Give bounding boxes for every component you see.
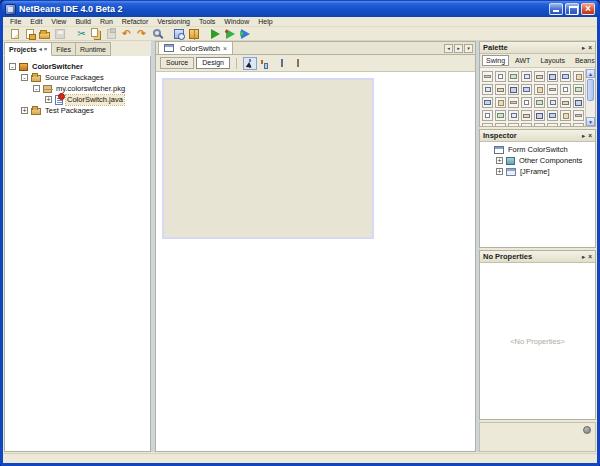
- expand-toggle-icon[interactable]: +: [45, 96, 52, 103]
- projects-node-test-packages[interactable]: +Test Packages: [5, 105, 150, 116]
- inspector-node-jframe[interactable]: +[JFrame]: [480, 166, 595, 177]
- minimize-button[interactable]: [549, 3, 563, 15]
- find-button[interactable]: [149, 27, 164, 40]
- scroll-down-icon[interactable]: ▼: [586, 117, 595, 126]
- palette-component-icon[interactable]: [534, 97, 545, 108]
- palette-component-icon[interactable]: [482, 110, 493, 121]
- tab-scroll-right-icon[interactable]: ▸: [454, 44, 463, 53]
- maximize-button[interactable]: [565, 3, 579, 15]
- palette-component-icon[interactable]: [508, 110, 519, 121]
- menu-item-view[interactable]: View: [47, 17, 70, 27]
- palette-component-icon[interactable]: [534, 84, 545, 95]
- explorer-tab-runtime[interactable]: Runtime: [76, 42, 111, 56]
- expand-toggle-icon[interactable]: +: [21, 107, 28, 114]
- properties-title-bar[interactable]: No Properties ▸ ×: [480, 251, 595, 263]
- undo-button[interactable]: ↶: [119, 27, 134, 40]
- palette-scrollbar[interactable]: ▲ ▼: [585, 69, 595, 126]
- javadoc-button[interactable]: [186, 27, 201, 40]
- palette-component-icon[interactable]: [547, 84, 558, 95]
- palette-component-icon[interactable]: [482, 71, 493, 82]
- palette-component-icon[interactable]: [482, 97, 493, 108]
- palette-component-icon[interactable]: [573, 71, 584, 82]
- debug-main-project-button[interactable]: [238, 27, 253, 40]
- editor-tab-colorswitch[interactable]: ColorSwitch ×: [158, 41, 233, 54]
- open-project-button[interactable]: [37, 27, 52, 40]
- palette-component-icon[interactable]: [573, 110, 584, 121]
- inspector-title-bar[interactable]: Inspector ▸ ×: [480, 130, 595, 142]
- collapse-toggle-icon[interactable]: -: [33, 85, 40, 92]
- test-form-button[interactable]: [291, 57, 305, 70]
- palette-component-icon[interactable]: [547, 71, 558, 82]
- menu-item-run[interactable]: Run: [96, 17, 117, 27]
- source-view-button[interactable]: Source: [160, 57, 194, 69]
- palette-slide-icon[interactable]: ▸: [582, 44, 585, 52]
- status-ball-icon[interactable]: [583, 426, 591, 434]
- new-project-button[interactable]: [22, 27, 37, 40]
- palette-tab-swing[interactable]: Swing: [482, 55, 509, 66]
- palette-component-icon[interactable]: [573, 97, 584, 108]
- paste-button[interactable]: [104, 27, 119, 40]
- menu-item-build[interactable]: Build: [71, 17, 95, 27]
- palette-component-icon[interactable]: [495, 71, 506, 82]
- palette-component-icon[interactable]: [547, 97, 558, 108]
- expand-toggle-icon[interactable]: +: [496, 168, 503, 175]
- palette-component-icon[interactable]: [482, 123, 493, 126]
- menu-item-tools[interactable]: Tools: [195, 17, 219, 27]
- palette-component-icon[interactable]: [560, 123, 571, 126]
- new-file-button[interactable]: [7, 27, 22, 40]
- palette-tab-awt[interactable]: AWT: [511, 55, 534, 66]
- menu-item-edit[interactable]: Edit: [26, 17, 46, 27]
- palette-tab-beans[interactable]: Beans: [571, 55, 597, 66]
- palette-tab-layouts[interactable]: Layouts: [536, 55, 569, 66]
- design-form-jframe[interactable]: [162, 78, 374, 239]
- menu-item-file[interactable]: File: [6, 17, 25, 27]
- build-main-project-button[interactable]: [171, 27, 186, 40]
- connection-mode-button[interactable]: [259, 57, 273, 70]
- palette-component-icon[interactable]: [560, 84, 571, 95]
- palette-component-icon[interactable]: [482, 84, 493, 95]
- editor-tab-close-icon[interactable]: ×: [223, 45, 227, 52]
- inspector-slide-icon[interactable]: ▸: [582, 132, 585, 140]
- menu-item-help[interactable]: Help: [254, 17, 276, 27]
- collapse-toggle-icon[interactable]: -: [9, 63, 16, 70]
- palette-component-icon[interactable]: [495, 110, 506, 121]
- close-button[interactable]: [581, 3, 595, 15]
- scrollbar-thumb[interactable]: [587, 79, 594, 101]
- palette-component-icon[interactable]: [573, 84, 584, 95]
- palette-component-icon[interactable]: [547, 123, 558, 126]
- palette-component-icon[interactable]: [547, 110, 558, 121]
- palette-close-icon[interactable]: ×: [588, 44, 592, 52]
- projects-node-my-colorswitcher-pkg[interactable]: -my.colorswitcher.pkg: [5, 83, 150, 94]
- palette-component-icon[interactable]: [521, 71, 532, 82]
- redo-button[interactable]: ↷: [134, 27, 149, 40]
- menu-item-versioning[interactable]: Versioning: [153, 17, 194, 27]
- palette-component-icon[interactable]: [560, 97, 571, 108]
- palette-component-icon[interactable]: [521, 97, 532, 108]
- properties-slide-icon[interactable]: ▸: [582, 253, 585, 261]
- tab-close-icon[interactable]: ×: [44, 46, 48, 52]
- selection-mode-button[interactable]: [243, 57, 257, 70]
- properties-close-icon[interactable]: ×: [588, 253, 592, 261]
- palette-component-icon[interactable]: [534, 71, 545, 82]
- palette-component-icon[interactable]: [521, 84, 532, 95]
- palette-component-icon[interactable]: [573, 123, 584, 126]
- menu-item-refactor[interactable]: Refactor: [118, 17, 152, 27]
- preview-design-button[interactable]: [275, 57, 289, 70]
- expand-toggle-icon[interactable]: +: [496, 157, 503, 164]
- palette-component-icon[interactable]: [508, 97, 519, 108]
- palette-component-icon[interactable]: [508, 71, 519, 82]
- collapse-toggle-icon[interactable]: -: [21, 74, 28, 81]
- palette-component-icon[interactable]: [560, 110, 571, 121]
- palette-component-icon[interactable]: [495, 123, 506, 126]
- projects-node-colorswitch-java[interactable]: +ColorSwitch.java: [5, 94, 150, 105]
- tab-list-dropdown-icon[interactable]: ▾: [464, 44, 473, 53]
- palette-component-icon[interactable]: [521, 123, 532, 126]
- tab-scroll-left-icon[interactable]: ◂: [444, 44, 453, 53]
- palette-title-bar[interactable]: Palette ▸ ×: [480, 42, 595, 54]
- explorer-tab-files[interactable]: Files: [52, 42, 76, 56]
- palette-component-icon[interactable]: [495, 84, 506, 95]
- projects-node-colorswitcher[interactable]: -ColorSwitcher: [5, 61, 150, 72]
- titlebar[interactable]: NetBeans IDE 4.0 Beta 2: [2, 1, 598, 17]
- run-file-button[interactable]: [223, 27, 238, 40]
- menu-item-window[interactable]: Window: [220, 17, 253, 27]
